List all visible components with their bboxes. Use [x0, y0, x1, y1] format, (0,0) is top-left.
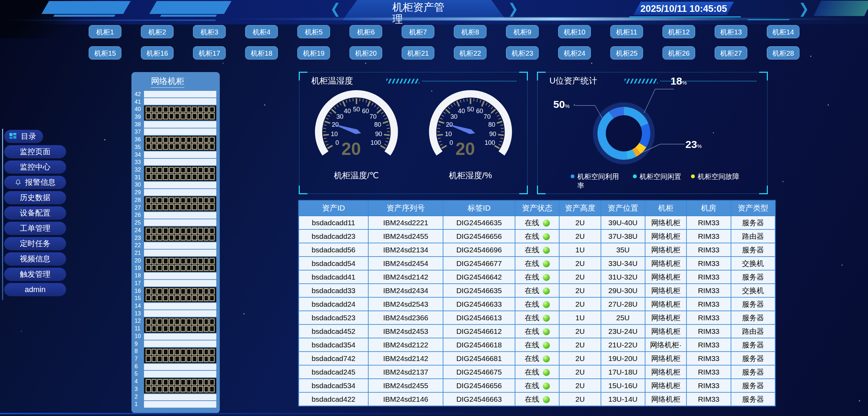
table-cell: DIG24546635 — [443, 284, 515, 297]
cabinet-button[interactable]: 机柜23 — [506, 46, 539, 60]
table-cell: bsdadcad245 — [299, 365, 368, 379]
table-cell: 2U — [559, 257, 601, 270]
switch-port — [157, 379, 162, 385]
rack-empty-slot — [144, 250, 216, 256]
cabinet-button[interactable]: 机柜16 — [141, 46, 174, 60]
sidebar-item-video-info[interactable]: 视频信息 — [4, 252, 66, 266]
cabinet-button[interactable]: 机柜8 — [454, 25, 487, 38]
switch-port — [169, 319, 174, 325]
cabinet-button[interactable]: 机柜24 — [558, 46, 591, 60]
switch-port — [169, 113, 174, 119]
temperature-humidity-panel: 机柜温湿度 010203040506070809010020 机柜温度/℃ 01… — [299, 72, 528, 194]
rack-empty-slot — [144, 219, 216, 226]
cabinet-button[interactable]: 机柜7 — [402, 25, 434, 38]
sidebar-item-scheduled-task[interactable]: 定时任务 — [4, 237, 66, 250]
cabinet-button[interactable]: 机柜25 — [610, 46, 643, 60]
switch-port — [157, 258, 162, 264]
sidebar-item-history-data[interactable]: 历史数据 — [4, 191, 66, 204]
switch-port — [152, 356, 157, 362]
sidebar-item-device-config[interactable]: 设备配置 — [4, 206, 66, 220]
sidebar-item-monitor-center[interactable]: 监控中心 — [4, 160, 66, 174]
svg-text:60: 60 — [362, 108, 369, 115]
switch-port — [204, 295, 209, 301]
switch-port — [198, 349, 203, 355]
cabinet-button[interactable]: 机柜21 — [402, 46, 434, 60]
table-cell: bsdadcad354 — [299, 338, 368, 352]
table-cell: bsdadcadd56 — [299, 243, 368, 257]
switch-port — [180, 137, 186, 143]
rack-title: 网络机柜 — [151, 76, 184, 88]
cabinet-button[interactable]: 机柜12 — [662, 25, 695, 38]
table-cell: IBM24sd2146 — [368, 392, 443, 406]
table-cell: 网络机柜 — [645, 270, 686, 284]
svg-text:30: 30 — [450, 113, 457, 120]
table-cell: 路由器 — [731, 229, 775, 243]
switch-port — [204, 107, 209, 113]
table-cell: 网络机柜 — [645, 229, 686, 243]
panel-corner — [299, 72, 307, 80]
switch-port — [209, 137, 215, 143]
gauge-dial: 010203040506070809010020 — [422, 87, 519, 172]
table-cell: 35U — [601, 243, 645, 257]
cabinet-button[interactable]: 机柜5 — [297, 25, 330, 38]
sidebar-item-menu[interactable]: 目录 — [4, 130, 43, 143]
sidebar-item-monitor-page[interactable]: 监控页面 — [4, 145, 66, 158]
table-row: bsdadcadd11IBM24sd2221DIG24546635在线2U39U… — [299, 216, 775, 229]
table-cell: 在线 — [515, 216, 559, 229]
cabinet-button[interactable]: 机柜2 — [141, 25, 174, 38]
rack-empty-slot — [144, 371, 216, 377]
cabinet-button[interactable]: 机柜15 — [89, 46, 121, 60]
cabinet-button[interactable]: 机柜13 — [715, 25, 747, 38]
table-cell: 网络机柜 — [645, 257, 686, 270]
status-text: 在线 — [525, 354, 539, 362]
sidebar-item-admin[interactable]: admin — [4, 283, 66, 296]
table-cell: 2U — [559, 229, 601, 243]
cabinet-button[interactable]: 机柜1 — [89, 25, 121, 38]
switch-port — [163, 228, 168, 234]
sidebar-item-label: 定时任务 — [20, 238, 50, 249]
rack-slot-number: 10 — [133, 332, 144, 340]
switch-port — [186, 197, 192, 204]
sidebar-item-alarm-info[interactable]: 报警信息 — [4, 176, 66, 189]
table-cell: 服务器 — [731, 297, 775, 311]
sidebar-item-trigger-mgmt[interactable]: 触发管理 — [4, 268, 66, 281]
cabinet-button[interactable]: 机柜14 — [767, 25, 799, 38]
switch-port — [192, 258, 197, 264]
status-text: 在线 — [525, 300, 539, 308]
cabinet-button[interactable]: 机柜10 — [558, 25, 591, 38]
table-cell: IBM24sd2434 — [368, 284, 443, 297]
switch-port — [146, 197, 151, 204]
cabinet-button[interactable]: 机柜6 — [349, 25, 382, 38]
svg-text:10: 10 — [445, 131, 452, 138]
switch-port — [180, 295, 186, 301]
cabinet-button[interactable]: 机柜11 — [610, 25, 643, 38]
donut-callout: 23% — [685, 139, 702, 150]
cabinet-button[interactable]: 机柜28 — [767, 46, 799, 60]
cabinet-button[interactable]: 机柜22 — [454, 46, 487, 60]
table-cell: IBM24sd2122 — [368, 338, 443, 352]
switch-port — [192, 288, 197, 295]
table-cell: bsdadcadd11 — [299, 216, 368, 229]
cabinet-button[interactable]: 机柜19 — [297, 46, 330, 60]
table-cell: RIM33 — [686, 338, 731, 352]
table-cell: 21U-22U — [601, 338, 645, 352]
switch-port — [186, 143, 192, 150]
cabinet-button[interactable]: 机柜4 — [245, 25, 278, 38]
switch-port — [186, 295, 192, 301]
rack-switch-image — [144, 136, 216, 151]
cabinet-button[interactable]: 机柜26 — [662, 46, 695, 60]
switch-port — [163, 356, 168, 362]
legend-item: 机柜空间故障 — [691, 172, 739, 190]
cabinet-button[interactable]: 机柜3 — [193, 25, 226, 38]
sidebar-item-work-order[interactable]: 工单管理 — [4, 222, 66, 235]
cabinet-button[interactable]: 机柜20 — [349, 46, 382, 60]
cabinet-button[interactable]: 机柜27 — [715, 46, 747, 60]
rack-slot-number: 11 — [133, 325, 144, 332]
table-cell: bsdadcadd24 — [299, 297, 368, 311]
switch-port — [152, 325, 157, 332]
switch-port — [204, 197, 209, 204]
cabinet-button[interactable]: 机柜17 — [193, 46, 226, 60]
cabinet-button[interactable]: 机柜18 — [245, 46, 278, 60]
cabinet-button[interactable]: 机柜9 — [506, 25, 539, 38]
switch-port — [180, 386, 186, 392]
